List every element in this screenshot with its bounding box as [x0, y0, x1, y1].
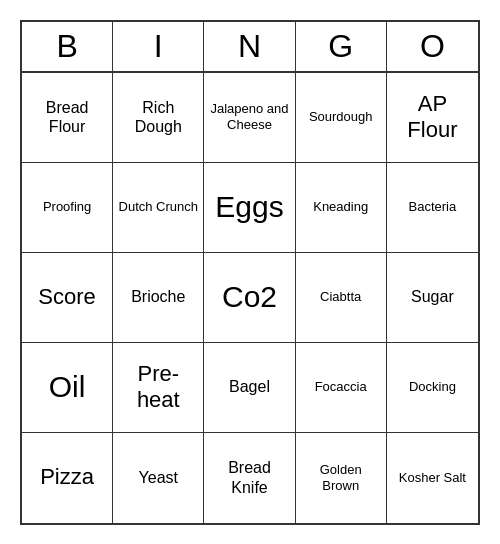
- bingo-cell-20: Pizza: [22, 433, 113, 523]
- bingo-cell-9: Bacteria: [387, 163, 478, 253]
- bingo-cell-16: Pre-heat: [113, 343, 204, 433]
- bingo-cell-15: Oil: [22, 343, 113, 433]
- bingo-cell-17: Bagel: [204, 343, 295, 433]
- bingo-cell-11: Brioche: [113, 253, 204, 343]
- header-g: G: [296, 22, 387, 71]
- bingo-grid: Bread FlourRich DoughJalapeno and Cheese…: [22, 73, 478, 523]
- header-i: I: [113, 22, 204, 71]
- bingo-cell-10: Score: [22, 253, 113, 343]
- header-o: O: [387, 22, 478, 71]
- bingo-cell-2: Jalapeno and Cheese: [204, 73, 295, 163]
- bingo-cell-4: AP Flour: [387, 73, 478, 163]
- bingo-cell-23: Golden Brown: [296, 433, 387, 523]
- bingo-cell-14: Sugar: [387, 253, 478, 343]
- bingo-cell-24: Kosher Salt: [387, 433, 478, 523]
- bingo-header: B I N G O: [22, 22, 478, 73]
- bingo-cell-7: Eggs: [204, 163, 295, 253]
- header-b: B: [22, 22, 113, 71]
- bingo-cell-18: Focaccia: [296, 343, 387, 433]
- bingo-cell-8: Kneading: [296, 163, 387, 253]
- bingo-cell-13: Ciabtta: [296, 253, 387, 343]
- bingo-cell-3: Sourdough: [296, 73, 387, 163]
- header-n: N: [204, 22, 295, 71]
- bingo-cell-22: Bread Knife: [204, 433, 295, 523]
- bingo-cell-19: Docking: [387, 343, 478, 433]
- bingo-cell-21: Yeast: [113, 433, 204, 523]
- bingo-card: B I N G O Bread FlourRich DoughJalapeno …: [20, 20, 480, 525]
- bingo-cell-12: Co2: [204, 253, 295, 343]
- bingo-cell-6: Dutch Crunch: [113, 163, 204, 253]
- bingo-cell-0: Bread Flour: [22, 73, 113, 163]
- bingo-cell-5: Proofing: [22, 163, 113, 253]
- bingo-cell-1: Rich Dough: [113, 73, 204, 163]
